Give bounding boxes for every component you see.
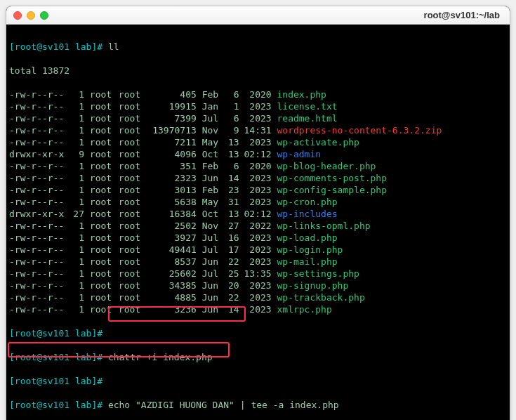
file-name: wp-blog-header.php — [277, 161, 376, 171]
prompt-empty: [root@sv101 lab]# — [9, 375, 507, 387]
file-time: 2023 — [239, 291, 272, 303]
zoom-icon[interactable] — [40, 11, 48, 20]
file-row: -rw-r--r--1 rootroot4885 Jun222023 wp-tr… — [9, 291, 507, 303]
file-group: root — [119, 184, 147, 196]
file-month: Jul — [202, 268, 224, 280]
prompt: [root@sv101 lab]# — [9, 352, 108, 362]
file-row: -rw-r--r--1 rootroot2323 Jun142023 wp-co… — [9, 172, 507, 184]
file-size: 13970713 — [147, 124, 197, 136]
file-perm: -rw-r--r-- — [9, 100, 69, 112]
file-perm: -rw-r--r-- — [9, 184, 69, 196]
file-name: license.txt — [277, 101, 337, 112]
file-name: wp-config-sample.php — [277, 185, 387, 195]
file-owner: root — [90, 124, 119, 136]
file-name: wordpress-no-content-6.3.2.zip — [277, 125, 442, 136]
file-group: root — [119, 244, 147, 256]
file-owner: root — [90, 303, 119, 315]
file-owner: root — [90, 256, 119, 268]
file-day: 6 — [224, 160, 239, 172]
file-group: root — [119, 280, 147, 291]
prompt: [root@sv101 lab]# — [9, 400, 108, 410]
file-row: -rw-r--r--1 rootroot25602 Jul2513:35 wp-… — [9, 268, 507, 280]
file-row: -rw-r--r--1 rootroot3236 Jun142023 xmlrp… — [9, 303, 507, 315]
file-name: wp-trackback.php — [277, 292, 364, 303]
command-chattr: chattr +i index.php — [108, 352, 213, 362]
file-links: 1 — [69, 184, 84, 196]
file-name: xmlrpc.php — [277, 304, 331, 315]
file-owner: root — [90, 88, 119, 100]
file-links: 1 — [69, 268, 84, 280]
file-month: Jun — [202, 172, 224, 184]
file-group: root — [119, 268, 147, 280]
file-links: 1 — [69, 172, 84, 184]
file-day: 25 — [224, 268, 239, 280]
file-owner: root — [90, 232, 119, 244]
file-time: 2023 — [239, 244, 272, 256]
file-time: 2023 — [239, 184, 272, 196]
file-links: 1 — [69, 112, 84, 124]
file-row: -rw-r--r--1 rootroot8537 Jun222023 wp-ma… — [9, 256, 507, 268]
file-perm: drwxr-xr-x — [9, 148, 69, 160]
file-perm: -rw-r--r-- — [9, 88, 69, 100]
file-perm: -rw-r--r-- — [9, 196, 69, 208]
file-time: 2020 — [239, 160, 272, 172]
file-time: 02:12 — [239, 148, 272, 160]
file-row: drwxr-xr-x27 rootroot16384 Oct1302:12 wp… — [9, 208, 507, 220]
file-links: 1 — [69, 124, 84, 136]
file-time: 2023 — [239, 172, 272, 184]
file-group: root — [119, 112, 147, 124]
file-size: 5638 — [147, 196, 197, 208]
file-group: root — [119, 124, 147, 136]
file-group: root — [119, 196, 147, 208]
file-name: wp-mail.php — [277, 256, 337, 267]
file-links: 9 — [69, 148, 84, 160]
window-controls — [13, 11, 48, 20]
file-size: 351 — [147, 160, 197, 172]
file-size: 49441 — [147, 244, 197, 256]
file-day: 6 — [224, 88, 239, 100]
command-ll: ll — [108, 41, 119, 52]
file-time: 2023 — [239, 256, 272, 268]
file-size: 8537 — [147, 256, 197, 268]
file-links: 27 — [69, 208, 84, 220]
file-month: Jul — [202, 232, 224, 244]
file-row: -rw-r--r--1 rootroot7399 Jul62023 readme… — [9, 112, 507, 124]
minimize-icon[interactable] — [27, 11, 35, 20]
file-group: root — [119, 291, 147, 303]
file-perm: -rw-r--r-- — [9, 220, 69, 232]
file-row: -rw-r--r--1 rootroot19915 Jan12023 licen… — [9, 100, 507, 112]
file-time: 14:31 — [239, 124, 272, 136]
file-month: May — [202, 136, 224, 148]
file-time: 2023 — [239, 232, 272, 244]
file-links: 1 — [69, 244, 84, 256]
file-day: 9 — [224, 124, 239, 136]
close-icon[interactable] — [13, 11, 22, 20]
file-perm: -rw-r--r-- — [9, 172, 69, 184]
file-perm: -rw-r--r-- — [9, 136, 69, 148]
file-day: 22 — [224, 291, 239, 303]
file-perm: -rw-r--r-- — [9, 244, 69, 256]
file-row: -rw-r--r--1 rootroot7211 May132023 wp-ac… — [9, 136, 507, 148]
terminal-window: root@sv101:~/lab [root@sv101 lab]# ll to… — [6, 6, 510, 420]
file-row: -rw-r--r--1 rootroot49441 Jul172023 wp-l… — [9, 244, 507, 256]
file-size: 16384 — [147, 208, 197, 220]
file-group: root — [119, 148, 147, 160]
file-month: Oct — [202, 148, 224, 160]
file-links: 1 — [69, 280, 84, 291]
file-month: Feb — [202, 88, 224, 100]
file-month: Oct — [202, 208, 224, 220]
file-size: 7399 — [147, 112, 197, 124]
file-name: wp-login.php — [277, 244, 343, 255]
file-time: 13:35 — [239, 268, 272, 280]
file-name: wp-activate.php — [277, 137, 359, 147]
terminal-body[interactable]: [root@sv101 lab]# ll total 13872 -rw-r--… — [6, 25, 510, 420]
file-links: 1 — [69, 256, 84, 268]
titlebar: root@sv101:~/lab — [6, 6, 510, 25]
file-name: readme.html — [277, 113, 337, 124]
file-links: 1 — [69, 160, 84, 172]
file-owner: root — [90, 112, 119, 124]
file-row: -rw-r--r--1 rootroot5638 May312023 wp-cr… — [9, 196, 507, 208]
file-month: Jul — [202, 112, 224, 124]
file-size: 19915 — [147, 100, 197, 112]
file-group: root — [119, 208, 147, 220]
